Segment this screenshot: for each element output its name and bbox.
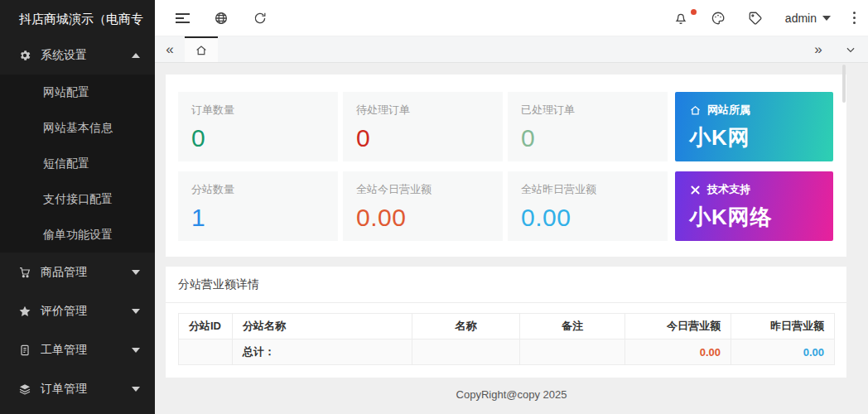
table-header-row: 分站ID 分站名称 名称 备注 今日营业额 昨日营业额 [179, 314, 835, 339]
refresh-icon[interactable] [253, 11, 268, 26]
revenue-detail-panel: 分站营业额详情 分站ID 分站名称 名称 备注 今日营业额 昨日营业额 总计： [166, 267, 846, 378]
stat-card-order-count: 订单数量 0 [178, 92, 338, 161]
substation-revenue-table: 分站ID 分站名称 名称 备注 今日营业额 昨日营业额 总计： 0.00 0.0… [178, 313, 835, 365]
tab-home[interactable] [185, 36, 218, 62]
cell-total-yesterday: 0.00 [731, 339, 835, 365]
tech-support-name: 小K网络 [689, 203, 819, 232]
chevron-down-icon [822, 16, 831, 21]
sidebar: 抖店商城演示（电商专 系统设置 网站配置 网站基本信息 短信配置 支付接口配置 … [0, 0, 155, 414]
table-title: 分站营业额详情 [166, 267, 846, 303]
stats-panel: 订单数量 0 待处理订单 0 已处理订单 0 网站所属 小K网 分站数量 1 全… [166, 75, 846, 257]
stats-row-2: 分站数量 1 全站今日营业额 0.00 全站昨日营业额 0.00 技术支持 小K… [178, 171, 833, 241]
sidebar-subitem-site-basic-info[interactable]: 网站基本信息 [0, 110, 155, 146]
table-total-row: 总计： 0.00 0.00 [179, 339, 835, 365]
sidebar-item-product-management[interactable]: 商品管理 [0, 253, 155, 291]
sidebar-subitem-sms-config[interactable]: 短信配置 [0, 146, 155, 181]
chevron-down-icon [132, 387, 140, 392]
stat-card-processed-orders: 已处理订单 0 [508, 92, 668, 161]
col-today-revenue: 今日营业额 [625, 314, 731, 339]
stats-row-1: 订单数量 0 待处理订单 0 已处理订单 0 网站所属 小K网 [178, 92, 833, 161]
chevron-up-icon [132, 53, 140, 58]
cell-empty [412, 339, 520, 365]
card-label: 技术支持 [707, 182, 750, 197]
chevron-down-icon [132, 348, 140, 353]
globe-icon[interactable] [214, 11, 229, 26]
card-label: 网站所属 [707, 103, 750, 118]
stat-label: 待处理订单 [356, 103, 489, 118]
tech-support-label: 技术支持 [689, 182, 819, 197]
stat-card-substation-count: 分站数量 1 [178, 171, 338, 241]
user-menu[interactable]: admin [785, 12, 831, 25]
cell-empty [179, 339, 233, 365]
stat-value: 1 [191, 204, 325, 232]
star-icon [17, 304, 31, 318]
house-icon [689, 104, 702, 117]
col-yesterday-revenue: 昨日营业额 [731, 314, 835, 339]
tab-bar: « » [155, 36, 868, 63]
col-remark: 备注 [520, 314, 625, 339]
notification-dot [691, 9, 697, 15]
scroll-tabs-right-button[interactable]: » [803, 36, 833, 62]
stat-card-today-revenue: 全站今日营业额 0.00 [343, 171, 503, 241]
sidebar-item-review-management[interactable]: 评价管理 [0, 291, 155, 330]
sidebar-subitem-order-steal-config[interactable]: 偷单功能设置 [0, 217, 155, 253]
top-navbar: admin [155, 0, 868, 36]
menu-item-label: 评价管理 [41, 304, 87, 319]
chevron-down-icon [845, 44, 856, 55]
stat-value: 0.00 [356, 204, 489, 232]
username: admin [785, 12, 817, 25]
site-owner-card: 网站所属 小K网 [675, 92, 833, 161]
app-title: 抖店商城演示（电商专 [0, 0, 155, 36]
stat-label: 订单数量 [191, 103, 325, 118]
stat-value: 0 [356, 124, 489, 152]
stat-value: 0.00 [521, 204, 654, 232]
cell-total-label: 总计： [233, 339, 412, 365]
stat-label: 全站昨日营业额 [521, 182, 654, 197]
sidebar-item-workorder-management[interactable]: 工单管理 [0, 330, 155, 369]
bell-icon[interactable] [673, 11, 688, 26]
scroll-tabs-left-button[interactable]: « [155, 36, 185, 62]
gear-icon [17, 49, 31, 63]
submenu-system-settings: 网站配置 网站基本信息 短信配置 支付接口配置 偷单功能设置 [0, 75, 155, 253]
navbar-left-group [176, 11, 268, 26]
stat-label: 已处理订单 [521, 103, 654, 118]
sidebar-subitem-payment-config[interactable]: 支付接口配置 [0, 181, 155, 217]
col-substation-name: 分站名称 [233, 314, 412, 339]
tab-actions-dropdown[interactable] [833, 36, 868, 62]
sidebar-item-order-management[interactable]: 订单管理 [0, 369, 155, 408]
copyright-footer: CopyRight@copy 2025 [155, 388, 868, 401]
stat-card-pending-orders: 待处理订单 0 [343, 92, 503, 161]
site-owner-label: 网站所属 [689, 103, 819, 118]
tools-icon [689, 184, 702, 196]
menu-item-label: 商品管理 [41, 265, 87, 280]
stat-card-yesterday-revenue: 全站昨日营业额 0.00 [508, 171, 668, 241]
menu-item-label: 系统设置 [41, 48, 87, 63]
scrollbar-thumb[interactable] [842, 65, 846, 103]
tab-spacer [218, 36, 803, 62]
sidebar-subitem-site-config[interactable]: 网站配置 [0, 75, 155, 110]
stat-label: 分站数量 [191, 182, 325, 197]
stat-value: 0 [191, 124, 325, 152]
navbar-right-group: admin [673, 11, 856, 26]
menu-fold-icon[interactable] [176, 13, 190, 23]
site-owner-name: 小K网 [689, 123, 819, 152]
kebab-menu-icon[interactable] [853, 12, 856, 24]
menu-item-label: 订单管理 [41, 382, 87, 397]
menu-item-label: 工单管理 [41, 343, 87, 358]
chevron-down-icon [132, 270, 140, 275]
col-name: 名称 [412, 314, 520, 339]
palette-icon[interactable] [711, 11, 726, 26]
ticket-icon [17, 343, 31, 357]
tag-icon[interactable] [748, 11, 763, 26]
sidebar-item-system-settings[interactable]: 系统设置 [0, 36, 155, 75]
tech-support-card: 技术支持 小K网络 [675, 171, 833, 241]
cell-total-today: 0.00 [625, 339, 731, 365]
layers-icon [17, 382, 31, 396]
stat-label: 全站今日营业额 [356, 182, 489, 197]
home-icon [195, 44, 208, 57]
table-wrap: 分站ID 分站名称 名称 备注 今日营业额 昨日营业额 总计： 0.00 0.0… [166, 303, 846, 378]
cell-empty [520, 339, 625, 365]
stat-value: 0 [521, 124, 654, 152]
chevron-down-icon [132, 309, 140, 314]
col-substation-id: 分站ID [179, 314, 233, 339]
